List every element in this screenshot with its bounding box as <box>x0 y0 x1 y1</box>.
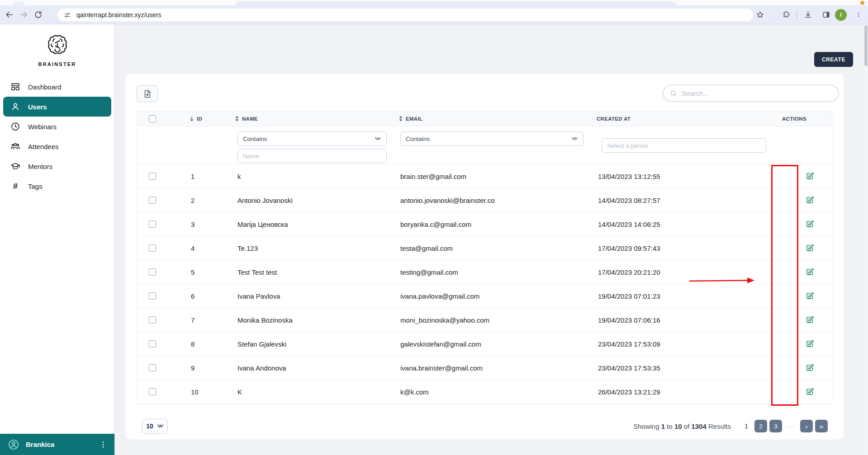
cell-email: testing@gmail.com <box>388 268 584 276</box>
period-filter-input[interactable] <box>602 138 766 153</box>
edit-user-button[interactable] <box>806 172 815 181</box>
cell-email: k@k.com <box>388 388 584 396</box>
toolbar-divider <box>797 10 797 19</box>
chevron-down-icon <box>571 136 578 141</box>
cell-name: Test Test test <box>224 268 388 276</box>
cell-email: antonio.jovanoski@brainster.co <box>388 197 584 204</box>
column-header-actions: ACTIONS <box>780 116 832 122</box>
row-checkbox[interactable] <box>149 340 156 347</box>
active-tab[interactable] <box>235 1 676 5</box>
user-menu-icon[interactable]: ⋮ <box>100 440 107 449</box>
export-button[interactable] <box>137 85 158 102</box>
cell-name: Ivana Pavlova <box>224 292 388 300</box>
browser-profile-avatar[interactable]: I <box>835 9 847 21</box>
sidebar-item-label: Tags <box>28 183 43 190</box>
browser-menu-icon[interactable] <box>855 10 862 19</box>
cell-created-at: 17/04/2023 20:21:20 <box>584 268 780 276</box>
search-box[interactable] <box>663 84 839 102</box>
sidebar-item-dashboard[interactable]: Dashboard <box>3 77 111 97</box>
sidebar-item-mentors[interactable]: Mentors <box>3 156 111 176</box>
email-filter-operator-select[interactable]: Contains <box>400 131 583 146</box>
page-button-2[interactable]: 2 <box>754 420 767 432</box>
column-header-email[interactable]: EMAIL <box>388 116 584 122</box>
cell-created-at: 23/04/2023 17:53:09 <box>584 340 780 348</box>
cell-name: Antonio Jovanoski <box>224 197 388 204</box>
edit-pencil-icon <box>806 196 814 204</box>
edit-user-button[interactable] <box>806 196 815 205</box>
next-page-button[interactable]: › <box>800 420 813 432</box>
table-row: 9 Ivana Andonova ivana.brainster@gmail.c… <box>137 356 832 380</box>
edit-user-button[interactable] <box>806 244 815 253</box>
users-table: ID NAME EMAIL CREATED AT ACTIONS <box>137 111 832 404</box>
column-header-created-at: CREATED AT <box>584 116 780 122</box>
row-checkbox[interactable] <box>149 244 156 252</box>
side-panel-icon[interactable] <box>821 10 830 19</box>
table-row: 3 Marija Ценовска boryanka.c@gmail.com 1… <box>137 212 832 236</box>
search-icon <box>669 89 678 98</box>
extensions-icon[interactable] <box>782 10 791 19</box>
edit-user-button[interactable] <box>806 339 815 348</box>
cell-id: 7 <box>179 316 224 324</box>
page-scrollbar[interactable] <box>864 24 868 455</box>
site-settings-icon[interactable] <box>63 11 71 19</box>
cell-created-at: 19/04/2023 07:06:16 <box>584 316 780 324</box>
row-checkbox[interactable] <box>149 268 156 276</box>
column-header-name[interactable]: NAME <box>224 116 388 122</box>
select-all-checkbox[interactable] <box>149 115 156 122</box>
table-row: 2 Antonio Jovanoski antonio.jovanoski@br… <box>137 188 832 212</box>
back-icon[interactable] <box>5 10 14 19</box>
sidebar-user-bar[interactable]: Brankica ⋮ <box>0 434 114 455</box>
inactive-tab[interactable] <box>13 2 24 5</box>
page-button-3[interactable]: 3 <box>769 420 782 432</box>
sidebar-item-tags[interactable]: # Tags <box>3 176 111 196</box>
scrollbar-thumb[interactable] <box>864 25 868 66</box>
address-bar[interactable]: qainterrapt.brainster.xyz/users <box>57 9 753 21</box>
page-button-1[interactable]: 1 <box>740 422 752 430</box>
cell-created-at: 19/04/2023 07:01:23 <box>584 292 780 300</box>
edit-user-button[interactable] <box>806 363 815 372</box>
create-button[interactable]: CREATE <box>814 52 853 67</box>
row-checkbox[interactable] <box>149 388 156 395</box>
sidebar-item-users[interactable]: Users <box>3 97 111 117</box>
cell-created-at: 17/04/2023 09:57:43 <box>584 244 780 252</box>
name-filter-input[interactable] <box>237 149 387 163</box>
row-checkbox[interactable] <box>149 197 156 204</box>
forward-icon[interactable] <box>19 10 28 19</box>
row-checkbox[interactable] <box>149 316 156 324</box>
bookmark-star-icon[interactable] <box>755 10 764 19</box>
sidebar-item-label: Users <box>28 103 47 111</box>
edit-pencil-icon <box>806 339 814 348</box>
cell-email: boryanka.c@gmail.com <box>388 220 584 228</box>
search-input[interactable] <box>682 89 832 97</box>
clock-icon <box>10 122 20 131</box>
per-page-select[interactable]: 10 <box>142 419 168 434</box>
edit-pencil-icon <box>806 315 814 324</box>
reload-icon[interactable] <box>33 10 43 19</box>
hash-icon: # <box>10 181 20 191</box>
downloads-icon[interactable] <box>803 10 812 19</box>
name-filter-operator-select[interactable]: Contains <box>237 131 387 146</box>
sidebar-item-label: Mentors <box>28 163 52 170</box>
edit-user-button[interactable] <box>806 267 815 277</box>
sidebar-item-attendees[interactable]: Attendees <box>3 136 111 156</box>
last-page-button[interactable]: » <box>815 420 828 432</box>
cell-name: k <box>224 173 388 180</box>
row-checkbox[interactable] <box>149 173 156 180</box>
row-checkbox[interactable] <box>149 292 156 300</box>
sort-both-icon <box>235 116 239 122</box>
sidebar-item-webinars[interactable]: Webinars <box>3 117 111 136</box>
cell-created-at: 13/04/2023 13:12:55 <box>584 173 780 180</box>
table-row: 8 Stefan Gjalevski galevskistefan@gmail.… <box>137 332 832 356</box>
sidebar-nav: Dashboard Users Webinars Attendees Mento… <box>0 77 114 196</box>
edit-user-button[interactable] <box>806 291 815 300</box>
sidebar: BRAINSTER Dashboard Users Webinars Atten… <box>0 24 115 455</box>
edit-user-button[interactable] <box>806 387 815 396</box>
cell-id: 10 <box>179 388 224 396</box>
table-header-row: ID NAME EMAIL CREATED AT ACTIONS <box>137 111 832 127</box>
edit-user-button[interactable] <box>806 315 815 324</box>
row-checkbox[interactable] <box>149 364 156 371</box>
pagination-bar: 10 Showing 1 to 10 of 1304 Results 1 2 3… <box>137 418 832 434</box>
column-header-id[interactable]: ID <box>179 116 224 122</box>
edit-user-button[interactable] <box>806 220 815 229</box>
row-checkbox[interactable] <box>149 220 156 228</box>
